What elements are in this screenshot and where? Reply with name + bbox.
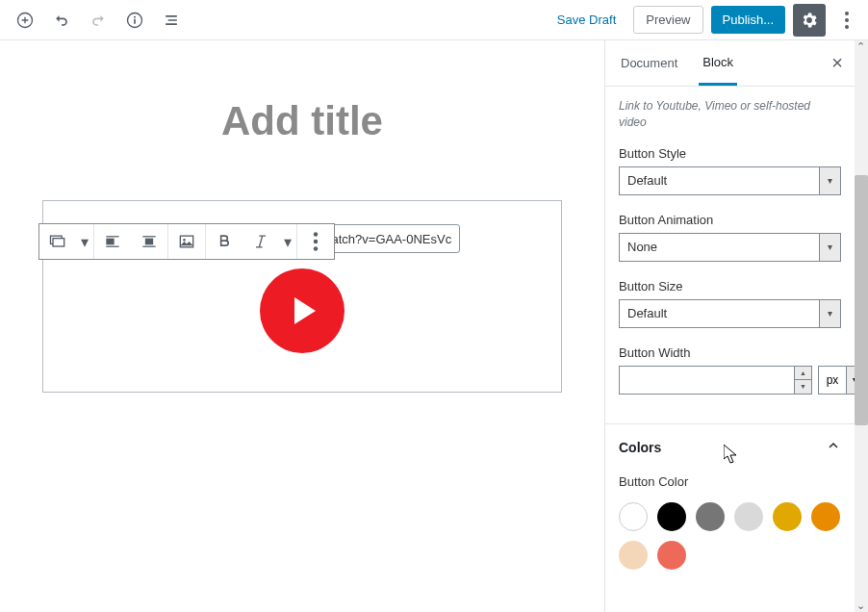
scroll-up-icon[interactable]: ⌃ xyxy=(856,40,865,53)
button-animation-select[interactable]: None xyxy=(619,233,820,262)
play-button[interactable] xyxy=(260,268,345,353)
svg-point-18 xyxy=(314,240,319,244)
svg-rect-3 xyxy=(134,18,136,23)
colors-section-label: Colors xyxy=(619,440,661,455)
color-swatches xyxy=(619,495,841,570)
svg-rect-12 xyxy=(145,239,153,245)
width-unit: px xyxy=(818,366,847,395)
bold-button[interactable] xyxy=(206,224,243,259)
svg-point-2 xyxy=(134,15,136,17)
top-toolbar: Save Draft Preview Publish... xyxy=(0,0,868,40)
settings-sidebar: Document Block × Link to Youtube, Vimeo … xyxy=(604,40,868,612)
svg-point-5 xyxy=(845,18,849,22)
italic-button[interactable] xyxy=(243,224,279,259)
save-draft-button[interactable]: Save Draft xyxy=(548,7,625,33)
svg-point-4 xyxy=(845,12,849,15)
info-button[interactable] xyxy=(117,3,152,38)
block-type-dropdown[interactable]: ▾ xyxy=(76,233,93,251)
swatch-lightgray[interactable] xyxy=(734,502,763,531)
more-menu-button[interactable] xyxy=(833,4,860,37)
width-step-up[interactable]: ▲ xyxy=(795,367,811,381)
svg-rect-8 xyxy=(53,239,64,246)
svg-rect-14 xyxy=(142,246,155,247)
button-color-label: Button Color xyxy=(619,474,841,489)
svg-point-6 xyxy=(845,25,849,29)
block-more-button[interactable] xyxy=(297,224,334,259)
swatch-white[interactable] xyxy=(619,502,648,531)
button-animation-dropdown[interactable]: ▾ xyxy=(820,233,841,262)
button-size-label: Button Size xyxy=(619,279,841,293)
swatch-gold[interactable] xyxy=(773,502,802,531)
swatch-coral[interactable] xyxy=(657,541,686,570)
button-size-dropdown[interactable]: ▾ xyxy=(820,299,841,328)
block-type-icon[interactable] xyxy=(39,224,76,259)
redo-button[interactable] xyxy=(81,3,115,38)
scroll-down-icon[interactable]: ⌄ xyxy=(856,599,865,612)
width-step-down[interactable]: ▼ xyxy=(795,380,811,394)
post-title-input[interactable]: Add title xyxy=(221,98,383,144)
settings-button[interactable] xyxy=(793,4,826,37)
svg-rect-10 xyxy=(106,236,118,237)
swatch-black[interactable] xyxy=(657,502,686,531)
svg-point-17 xyxy=(314,232,319,237)
button-style-select[interactable]: Default xyxy=(619,166,820,195)
svg-point-19 xyxy=(314,246,319,251)
tab-document[interactable]: Document xyxy=(617,42,681,84)
button-style-dropdown[interactable]: ▾ xyxy=(820,166,841,195)
toolbar-right: Save Draft Preview Publish... xyxy=(548,4,860,37)
colors-section-toggle[interactable]: Colors xyxy=(605,423,855,471)
outline-button[interactable] xyxy=(154,3,189,38)
undo-button[interactable] xyxy=(44,3,79,38)
button-width-label: Button Width xyxy=(619,345,841,360)
chevron-up-icon xyxy=(826,438,841,457)
svg-rect-11 xyxy=(106,246,118,247)
video-hint-text: Link to Youtube, Vimeo or self-hosted vi… xyxy=(619,98,841,131)
preview-button[interactable]: Preview xyxy=(633,6,702,34)
svg-point-16 xyxy=(183,239,186,242)
sidebar-scrollbar[interactable]: ⌃ ⌄ xyxy=(855,40,868,612)
swatch-orange[interactable] xyxy=(811,502,840,531)
close-sidebar-button[interactable]: × xyxy=(831,52,843,74)
button-width-input[interactable] xyxy=(620,367,794,394)
scrollbar-thumb[interactable] xyxy=(855,175,868,425)
button-style-label: Button Style xyxy=(619,146,841,161)
toolbar-left xyxy=(8,3,189,38)
editor-canvas: Add title ▾ ▾ xyxy=(0,40,604,612)
swatch-tan[interactable] xyxy=(619,541,648,570)
publish-button[interactable]: Publish... xyxy=(711,6,785,34)
swatch-gray[interactable] xyxy=(696,502,725,531)
block-toolbar: ▾ ▾ xyxy=(38,223,335,260)
svg-rect-9 xyxy=(106,239,114,245)
align-left-button[interactable] xyxy=(94,224,131,259)
image-button[interactable] xyxy=(168,224,205,259)
tab-block[interactable]: Block xyxy=(699,41,737,86)
add-block-button[interactable] xyxy=(8,3,42,38)
button-animation-label: Button Animation xyxy=(619,213,841,227)
sidebar-tabs: Document Block × xyxy=(605,40,855,87)
text-format-dropdown[interactable]: ▾ xyxy=(279,233,296,251)
align-center-button[interactable] xyxy=(131,224,167,259)
button-size-select[interactable]: Default xyxy=(619,299,820,328)
svg-rect-13 xyxy=(142,236,155,237)
width-unit-dropdown[interactable]: ▾ xyxy=(847,366,855,395)
